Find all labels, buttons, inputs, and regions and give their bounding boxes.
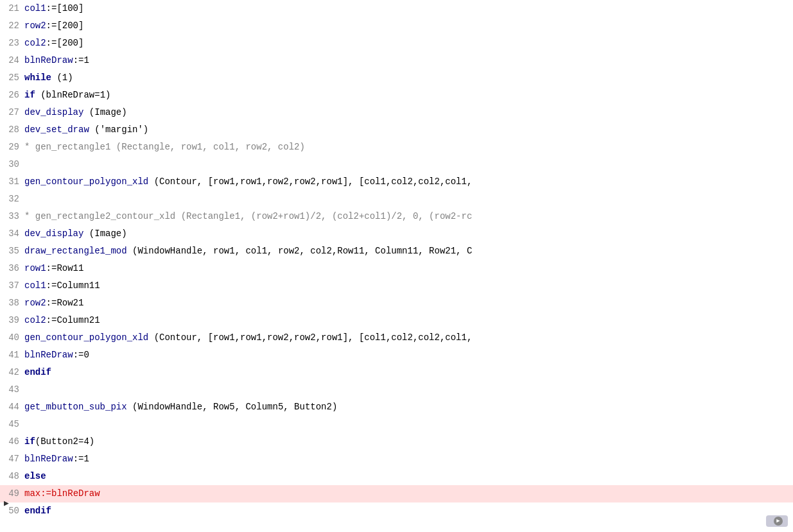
code-line: 47 blnReDraw:=1	[0, 450, 793, 468]
line-number: 39	[0, 312, 24, 329]
line-content: * gen_rectangle2_contour_xld (Rectangle1…	[24, 208, 472, 225]
line-number: 28	[0, 121, 24, 139]
code-line: 31 gen_contour_polygon_xld (Contour, [ro…	[0, 173, 793, 191]
line-content: col2:=[200]	[24, 35, 83, 52]
line-content: endif	[24, 364, 51, 381]
line-content: blnReDraw:=1	[24, 52, 89, 69]
code-line: 37 col1:=Column11	[0, 277, 793, 295]
code-line: 36 row1:=Row11	[0, 260, 793, 277]
line-number: 44	[0, 399, 24, 416]
code-line: 42 endif	[0, 364, 793, 381]
line-number: 38	[0, 295, 24, 312]
code-line: 28 dev_set_draw ('margin')	[0, 121, 793, 139]
code-line: 25while (1)	[0, 69, 793, 87]
line-number: 36	[0, 260, 24, 277]
line-number: 29	[0, 139, 24, 156]
line-number: 34	[0, 225, 24, 243]
code-line: 41 blnReDraw:=0	[0, 347, 793, 364]
line-content: * gen_rectangle1 (Rectangle, row1, col1,…	[24, 139, 305, 156]
code-line: 43	[0, 381, 793, 399]
line-content: draw_rectangle1_mod (WindowHandle, row1,…	[24, 243, 472, 260]
line-content: blnReDraw:=0	[24, 347, 89, 364]
line-number: 30	[0, 156, 24, 173]
line-number: 47	[0, 450, 24, 468]
line-number: 31	[0, 173, 24, 191]
line-content: gen_contour_polygon_xld (Contour, [row1,…	[24, 329, 472, 347]
line-number: 49	[0, 485, 24, 502]
line-number: 42	[0, 364, 24, 381]
line-number: 43	[0, 381, 24, 399]
line-number: 41	[0, 347, 24, 364]
line-number: 22	[0, 17, 24, 35]
line-content: blnReDraw:=1	[24, 450, 89, 468]
code-line: 29* gen_rectangle1 (Rectangle, row1, col…	[0, 139, 793, 156]
line-content: row2:=Row21	[24, 295, 83, 312]
code-line: 21col1:=[100]	[0, 0, 793, 17]
line-number: 21	[0, 0, 24, 17]
code-line: 44 get_mbutton_sub_pix (WindowHandle, Ro…	[0, 399, 793, 416]
code-line: 30	[0, 156, 793, 173]
play-icon: ▶	[774, 517, 783, 526]
code-line: 24blnReDraw:=1	[0, 52, 793, 69]
line-content: gen_contour_polygon_xld (Contour, [row1,…	[24, 173, 472, 191]
code-area: 21col1:=[100]22row2:=[200]23col2:=[200]2…	[0, 0, 793, 532]
code-line: 48 else	[0, 468, 793, 485]
line-content: row1:=Row11	[24, 260, 83, 277]
code-editor[interactable]: 21col1:=[100]22row2:=[200]23col2:=[200]2…	[0, 0, 793, 532]
url-badge: ▶	[766, 515, 788, 527]
line-content: else	[24, 468, 46, 485]
line-content: col1:=[100]	[24, 0, 83, 17]
line-number: 37	[0, 277, 24, 295]
code-line: 38 row2:=Row21	[0, 295, 793, 312]
line-number: 40	[0, 329, 24, 347]
code-line: 33* gen_rectangle2_contour_xld (Rectangl…	[0, 208, 793, 225]
line-number: 33	[0, 208, 24, 225]
line-number: 50	[0, 502, 24, 520]
line-content: dev_display (Image)	[24, 104, 127, 121]
line-content: col1:=Column11	[24, 277, 100, 295]
line-content: max:=blnReDraw	[24, 485, 100, 502]
line-content: while (1)	[24, 69, 73, 87]
line-number: 24	[0, 52, 24, 69]
code-line: 49 max:=blnReDraw	[0, 485, 793, 502]
line-number: 35	[0, 243, 24, 260]
line-content: if(Button2=4)	[24, 433, 94, 450]
line-content: col2:=Column21	[24, 312, 100, 329]
code-line: 23col2:=[200]	[0, 35, 793, 52]
line-content: row2:=[200]	[24, 17, 83, 35]
code-line: 45	[0, 416, 793, 433]
line-content: get_mbutton_sub_pix (WindowHandle, Row5,…	[24, 399, 337, 416]
code-line: 40 gen_contour_polygon_xld (Contour, [ro…	[0, 329, 793, 347]
code-line: 22row2:=[200]	[0, 17, 793, 35]
code-line: 35 draw_rectangle1_mod (WindowHandle, ro…	[0, 243, 793, 260]
code-line: 27 dev_display (Image)	[0, 104, 793, 121]
code-line: 32	[0, 191, 793, 208]
line-number: 23	[0, 35, 24, 52]
line-number: 26	[0, 87, 24, 104]
line-number: 45	[0, 416, 24, 433]
code-line: 46 if(Button2=4)	[0, 433, 793, 450]
line-content: dev_display (Image)	[24, 225, 127, 243]
code-line: 39 col2:=Column21	[0, 312, 793, 329]
line-number: 46	[0, 433, 24, 450]
line-number: 25	[0, 69, 24, 87]
line-number: 27	[0, 104, 24, 121]
line-number: 48	[0, 468, 24, 485]
code-line: 50 endif	[0, 502, 793, 520]
code-line: 34 dev_display (Image)	[0, 225, 793, 243]
line-content: if (blnReDraw=1)	[24, 87, 110, 104]
code-line: 26 if (blnReDraw=1)	[0, 87, 793, 104]
line-number: 32	[0, 191, 24, 208]
line-content: endif	[24, 502, 51, 520]
line-content: dev_set_draw ('margin')	[24, 121, 148, 139]
